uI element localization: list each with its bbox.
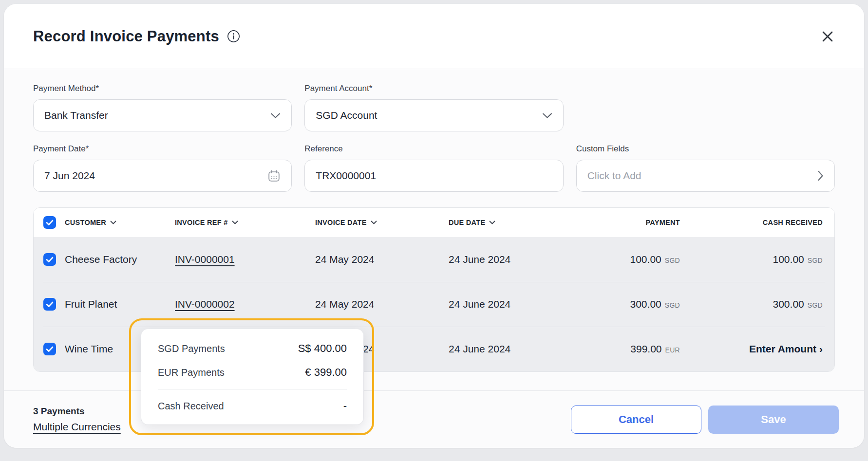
cash-received-cell: 300.00SGD bbox=[680, 298, 834, 310]
sort-chevron-icon bbox=[371, 221, 377, 224]
column-header-payment: PAYMENT bbox=[619, 219, 680, 226]
invoice-date-cell: 24 May 2024 bbox=[315, 254, 449, 265]
close-icon[interactable] bbox=[817, 26, 838, 47]
sort-chevron-icon bbox=[232, 221, 238, 224]
select-all-cell bbox=[34, 216, 65, 229]
customer-cell: Fruit Planet bbox=[65, 298, 175, 310]
table-header-row: CUSTOMER INVOICE REF # INVOICE DATE DUE … bbox=[34, 208, 834, 237]
row-checkbox[interactable] bbox=[43, 343, 56, 355]
payment-cell: 300.00SGD bbox=[619, 298, 680, 310]
due-date-cell: 24 June 2024 bbox=[449, 254, 619, 265]
payment-cell: 399.00EUR bbox=[619, 343, 680, 355]
cancel-button[interactable]: Cancel bbox=[571, 406, 701, 434]
payments-count: 3 Payments bbox=[33, 406, 121, 417]
payment-account-label: Payment Account* bbox=[304, 84, 563, 93]
reference-label: Reference bbox=[304, 144, 563, 154]
info-icon[interactable] bbox=[227, 30, 240, 43]
enter-amount-button[interactable]: Enter Amount› bbox=[680, 343, 834, 355]
payment-method-label: Payment Method* bbox=[33, 84, 292, 93]
due-date-cell: 24 June 2024 bbox=[449, 298, 619, 310]
custom-fields-label: Custom Fields bbox=[576, 144, 835, 154]
modal-header: Record Invoice Payments bbox=[4, 4, 864, 69]
column-header-invoice-date[interactable]: INVOICE DATE bbox=[315, 219, 449, 226]
column-header-due-date[interactable]: DUE DATE bbox=[449, 219, 619, 226]
custom-fields-placeholder: Click to Add bbox=[587, 170, 642, 182]
invoice-ref-link[interactable]: INV-0000001 bbox=[175, 254, 235, 265]
modal-footer: 3 Payments Multiple Currencies Cancel Sa… bbox=[4, 390, 864, 448]
chevron-down-icon bbox=[270, 112, 281, 119]
payment-date-label: Payment Date* bbox=[33, 144, 292, 154]
payment-cell: 100.00SGD bbox=[619, 254, 680, 265]
modal-body: Payment Method* Bank Transfer Payment Ac… bbox=[4, 69, 864, 372]
column-header-invoice-ref[interactable]: INVOICE REF # bbox=[175, 219, 315, 226]
payment-date-value: 7 Jun 2024 bbox=[44, 170, 95, 182]
customer-cell: Cheese Factory bbox=[65, 254, 175, 265]
cash-received-cell: 100.00SGD bbox=[680, 254, 834, 265]
invoice-date-cell: 24 May 2024 bbox=[315, 298, 449, 310]
popover-row-eur: EUR Payments € 399.00 bbox=[158, 366, 347, 379]
payment-account-value: SGD Account bbox=[316, 110, 377, 121]
multiple-currencies-link[interactable]: Multiple Currencies bbox=[33, 421, 121, 433]
payment-date-field[interactable]: 7 Jun 2024 bbox=[33, 160, 292, 192]
table-row: Fruit PlanetINV-000000224 May 202424 Jun… bbox=[34, 282, 834, 327]
custom-fields-field[interactable]: Click to Add bbox=[576, 160, 835, 192]
popover-row-total: Cash Received - bbox=[158, 400, 347, 412]
page-title: Record Invoice Payments bbox=[33, 28, 219, 45]
payment-method-value: Bank Transfer bbox=[44, 110, 108, 121]
row-checkbox[interactable] bbox=[43, 298, 56, 311]
chevron-right-icon bbox=[817, 170, 824, 181]
sort-chevron-icon bbox=[110, 221, 116, 224]
table-row: Cheese FactoryINV-000000124 May 202424 J… bbox=[34, 237, 834, 282]
save-button[interactable]: Save bbox=[708, 406, 839, 434]
invoice-ref-link[interactable]: INV-0000002 bbox=[175, 298, 235, 310]
due-date-cell: 24 June 2024 bbox=[449, 343, 619, 355]
calendar-icon bbox=[267, 169, 281, 183]
sort-chevron-icon bbox=[489, 221, 495, 224]
reference-input[interactable] bbox=[304, 160, 563, 192]
payment-account-select[interactable]: SGD Account bbox=[304, 99, 563, 131]
popover-row-sgd: SGD Payments S$ 400.00 bbox=[158, 342, 347, 355]
row-checkbox[interactable] bbox=[43, 253, 56, 266]
currency-summary-popover: SGD Payments S$ 400.00 EUR Payments € 39… bbox=[141, 329, 363, 424]
chevron-down-icon bbox=[542, 112, 552, 119]
column-header-cash-received: CASH RECEIVED bbox=[680, 219, 834, 226]
popover-divider bbox=[158, 389, 347, 389]
column-header-customer[interactable]: CUSTOMER bbox=[65, 219, 175, 226]
record-invoice-payments-modal: Record Invoice Payments Payment Method* … bbox=[4, 4, 864, 448]
select-all-checkbox[interactable] bbox=[43, 216, 56, 229]
payment-method-select[interactable]: Bank Transfer bbox=[33, 99, 292, 131]
